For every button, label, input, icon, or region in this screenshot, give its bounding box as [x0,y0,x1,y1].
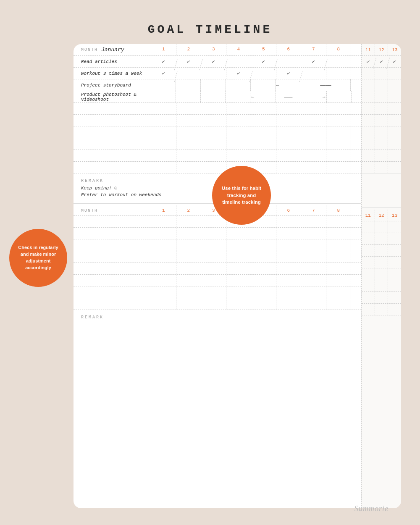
task-label-3: Project storyboard [74,79,151,91]
empty-row-s2 [74,239,401,251]
right-panel: 11 12 13 ✓ ✓ ✓ [361,44,401,508]
task-row-4: Product photoshoot & videoshoot ← ——— → [74,91,401,103]
empty-row [74,115,401,126]
task-row-1: Read articles ✓ ✓ ✓ ✓ ✓ ✓ ✓ [74,56,401,68]
task-label-4: Product photoshoot & videoshoot [74,91,151,102]
task-row-2: Workout 3 times a week ✓ ✓ ✓ ✓ [74,68,401,79]
month-label-cell-2: MONTH [74,205,151,215]
month-label-cell: MONTH January [74,44,151,55]
empty-row [74,138,401,150]
task-label-2: Workout 3 times a week [74,68,151,79]
task-label-1: Read articles [74,56,151,67]
section1-header: MONTH January 1 2 3 4 5 6 7 8 9 10 [74,44,401,56]
empty-row [74,126,401,138]
empty-row [74,103,401,115]
empty-row-s2 [74,298,401,310]
empty-row-s2 [74,251,401,263]
month-value: January [101,47,124,53]
empty-row-s2 [74,228,401,239]
empty-row-s2 [74,275,401,286]
empty-row-s2 [74,263,401,275]
remark-section-2: REMARK [74,310,401,350]
page-title: GOAL TIMELINE [0,0,420,36]
empty-row-s2 [74,286,401,298]
remark-label-2: REMARK [74,313,401,321]
brand-label: Summorie [354,504,388,513]
day-6: 6 [276,44,302,55]
left-bubble: Check in regularly and make minor adjust… [9,229,67,287]
main-card: MONTH January 1 2 3 4 5 6 7 8 9 10 Read … [74,44,401,508]
task-row-3: Project storyboard ← ———— → [74,79,401,91]
right-bubble: Use this for habit tracking and timeline… [212,166,271,225]
day-8: 8 [326,44,352,55]
day-4: 4 [226,44,252,55]
empty-row [74,150,401,162]
page-background: GOAL TIMELINE Check in regularly and mak… [0,0,420,525]
